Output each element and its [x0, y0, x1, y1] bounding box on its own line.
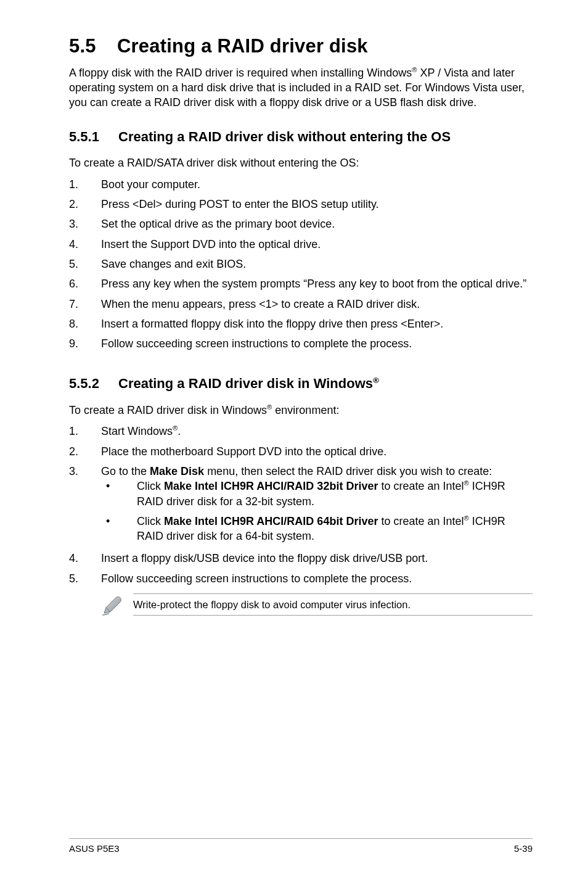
list-item: Follow succeeding screen instructions to…: [69, 571, 533, 586]
subsection-heading: 5.5.1Creating a RAID driver disk without…: [69, 128, 533, 146]
subsection-title: Creating a RAID driver disk in Windows®: [118, 376, 379, 391]
note-text: Write-protect the floppy disk to avoid c…: [133, 593, 533, 616]
bullet-text: Click: [137, 515, 164, 527]
subsection-number: 5.5.1: [69, 128, 118, 146]
bullet-text: Click: [137, 480, 164, 492]
subsection-heading: 5.5.2Creating a RAID driver disk in Wind…: [69, 374, 533, 393]
page: 5.5Creating a RAID driver disk A floppy …: [0, 0, 588, 887]
note-box: Write-protect the floppy disk to avoid c…: [101, 593, 533, 620]
subsection-lead: To create a RAID/SATA driver disk withou…: [69, 155, 533, 170]
list-item: Press any key when the system prompts “P…: [69, 276, 533, 291]
list-item: When the menu appears, press <1> to crea…: [69, 297, 533, 311]
list-item: Click Make Intel ICH9R AHCI/RAID 64bit D…: [101, 514, 533, 544]
section-number: 5.5: [69, 33, 117, 59]
list-item: Click Make Intel ICH9R AHCI/RAID 32bit D…: [101, 479, 533, 509]
list-item: Place the motherboard Support DVD into t…: [69, 444, 533, 459]
step-bold: Make Disk: [150, 465, 204, 477]
steps-list: Insert a floppy disk/USB device into the…: [69, 551, 533, 586]
list-item: Insert a formatted floppy disk into the …: [69, 316, 533, 331]
step-text: menu, then select the RAID driver disk y…: [204, 465, 492, 477]
sub-bullet-list: Click Make Intel ICH9R AHCI/RAID 32bit D…: [101, 479, 533, 543]
page-title: 5.5Creating a RAID driver disk: [69, 33, 533, 59]
subsection-lead: To create a RAID driver disk in Windows®…: [69, 403, 533, 418]
subsection-title: Creating a RAID driver disk without ente…: [118, 129, 451, 144]
section-title-text: Creating a RAID driver disk: [117, 35, 368, 57]
subsection-number: 5.5.2: [69, 374, 118, 393]
intro-text: A floppy disk with the RAID driver is re…: [69, 67, 525, 109]
step-text: Go to the: [101, 465, 150, 477]
steps-list: Boot your computer. Press <Del> during P…: [69, 177, 533, 352]
footer-right: 5-39: [514, 843, 533, 855]
list-item: Insert the Support DVD into the optical …: [69, 237, 533, 252]
steps-list: Start Windows®. Place the motherboard Su…: [69, 424, 533, 543]
list-item: Set the optical drive as the primary boo…: [69, 217, 533, 231]
pencil-icon: [101, 595, 123, 620]
list-item: Save changes and exit BIOS.: [69, 257, 533, 271]
list-item: Start Windows®.: [69, 424, 533, 439]
list-item: Boot your computer.: [69, 177, 533, 192]
page-footer: ASUS P5E3 5-39: [69, 838, 533, 855]
bullet-bold: Make Intel ICH9R AHCI/RAID 32bit Driver: [164, 480, 378, 492]
list-item: Insert a floppy disk/USB device into the…: [69, 551, 533, 566]
list-item: Go to the Make Disk menu, then select th…: [69, 464, 533, 543]
footer-left: ASUS P5E3: [69, 843, 120, 855]
list-item: Follow succeeding screen instructions to…: [69, 336, 533, 351]
list-item: Press <Del> during POST to enter the BIO…: [69, 197, 533, 212]
intro-paragraph: A floppy disk with the RAID driver is re…: [69, 65, 533, 110]
bullet-bold: Make Intel ICH9R AHCI/RAID 64bit Driver: [164, 515, 378, 527]
